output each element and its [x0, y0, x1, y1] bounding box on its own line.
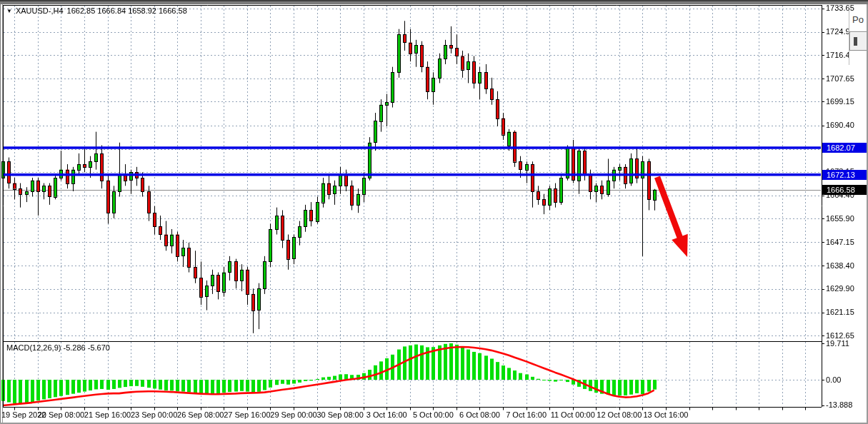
time-label: 3 Oct 16:00 [366, 410, 407, 419]
mt4-chart-window: ▼ XAUUSD-,H4 1662.85 1666.84 1658.92 166… [0, 0, 868, 424]
current-price-tag: 1666.58 [822, 185, 867, 195]
time-label: 30 Sep 08:00 [316, 410, 363, 419]
time-label: 23 Sep 00:00 [131, 410, 177, 419]
price-tick-label: 1707.65 [826, 74, 854, 83]
price-tick-label: 1655.90 [826, 214, 854, 223]
macd-tick-label: -13.888 [826, 400, 852, 409]
ohlc-readout: 1662.85 1666.84 1658.92 1666.58 [67, 6, 187, 15]
time-label: 13 Oct 16:00 [643, 410, 688, 419]
time-label: 7 Oct 16:00 [506, 410, 547, 419]
symbol-dropdown-icon[interactable]: ▼ [6, 8, 12, 14]
popup-title: Po [849, 11, 867, 25]
macd-tick-label: 19.711 [826, 339, 849, 348]
macd-tick-label: 0.00 [826, 375, 841, 384]
time-label: 11 Oct 00:00 [551, 410, 595, 419]
symbol-timeframe-label: XAUUSD-,H4 [16, 6, 64, 15]
hline-price-tag-upper: 1682.07 [822, 143, 867, 153]
time-label: 6 Oct 08:00 [459, 410, 500, 419]
price-chart-canvas[interactable] [0, 0, 868, 424]
macd-indicator-label: MACD(12,26,9) -5.286 -5.670 [6, 343, 110, 352]
time-label: 26 Sep 08:00 [177, 410, 224, 419]
price-tick-label: 1629.90 [826, 284, 854, 293]
time-label: 29 Sep 00:00 [270, 410, 316, 419]
popup-button[interactable] [849, 31, 867, 51]
price-tick-label: 1647.15 [826, 238, 854, 246]
price-tick-label: 1699.15 [826, 97, 854, 106]
time-label: 20 Sep 08:00 [38, 410, 84, 419]
price-tick-label: 1621.15 [826, 308, 854, 316]
time-label: 21 Sep 16:00 [84, 410, 131, 419]
price-tick-label: 1690.40 [826, 121, 854, 129]
price-tick-label: 1638.40 [826, 261, 854, 270]
time-label: 12 Oct 08:00 [597, 410, 642, 419]
time-label: 5 Oct 00:00 [413, 410, 454, 419]
popup-window-fragment: Po [849, 11, 867, 65]
popup-button-icon [854, 37, 857, 46]
time-label: 27 Sep 16:00 [224, 410, 270, 419]
hline-price-tag-lower: 1672.13 [822, 170, 867, 180]
chart-header: ▼ XAUUSD-,H4 1662.85 1666.84 1658.92 166… [6, 6, 187, 15]
